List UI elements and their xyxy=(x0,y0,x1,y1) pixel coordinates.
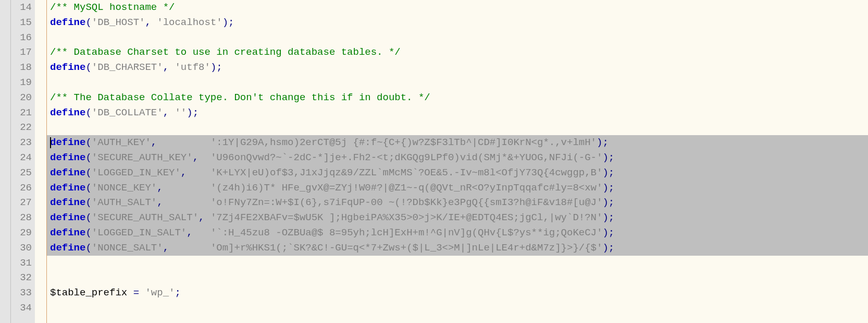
token-str: ':1Y|G29A,hsmo)2erCT@5j {#:f~{C+{)w?Z$F3… xyxy=(210,137,597,148)
token-str: 'Om]+r%HKS1(;`SK?&C!-GU=q<*7+Zws+($|L_3<… xyxy=(210,242,603,254)
token-pn: ) xyxy=(222,17,228,28)
token-str: 'K+LYX|eU)of$3,J1xJjqz&9/ZZL`mMcMS`?OE&5… xyxy=(210,167,603,178)
line-number[interactable]: 14 xyxy=(11,0,32,15)
fold-margin[interactable] xyxy=(0,0,11,323)
code-line[interactable]: /** MySQL hostname */ xyxy=(50,0,868,15)
code-line[interactable]: $table_prefix = 'wp_'; xyxy=(50,285,868,301)
token-pn: ; xyxy=(609,182,614,194)
token-pn: ; xyxy=(609,152,614,163)
token-str: 'localhost' xyxy=(157,17,222,28)
token-kw: define xyxy=(50,212,85,223)
code-line[interactable] xyxy=(50,120,868,135)
token-pn: ; xyxy=(228,17,234,28)
token-var xyxy=(163,182,210,194)
code-line[interactable]: define('DB_HOST', 'localhost'); xyxy=(50,15,868,30)
token-cm: /** Database Charset to use in creating … xyxy=(50,46,401,58)
token-kw: define xyxy=(50,107,85,118)
token-pn: ; xyxy=(609,227,614,238)
token-str: '(z4h)i6)T* HFe_gvX@=ZYj!W0#?|@Z1~-q(@QV… xyxy=(210,182,603,194)
line-number[interactable]: 23 xyxy=(11,135,32,150)
line-number[interactable]: 33 xyxy=(11,285,32,301)
token-pn: ) xyxy=(602,167,608,178)
code-line[interactable]: /** The Database Collate type. Don't cha… xyxy=(50,90,868,105)
line-number[interactable]: 21 xyxy=(11,105,32,121)
token-pn: ( xyxy=(85,17,91,28)
token-var xyxy=(169,107,175,118)
code-line[interactable]: define('AUTH_KEY', ':1Y|G29A,hsmo)2erCT@… xyxy=(47,135,868,150)
token-pn: , xyxy=(157,182,163,194)
line-number[interactable]: 26 xyxy=(11,181,32,196)
token-pn: ; xyxy=(609,167,614,178)
token-kw: define xyxy=(50,137,85,148)
token-str: 'utf8' xyxy=(175,62,210,73)
token-var xyxy=(151,17,157,28)
code-line[interactable]: define('LOGGED_IN_KEY', 'K+LYX|eU)of$3,J… xyxy=(47,165,868,181)
code-line[interactable]: define('LOGGED_IN_SALT', '`:H_45zu8 -OZB… xyxy=(47,225,868,241)
token-cm: /** The Database Collate type. Don't cha… xyxy=(50,92,430,103)
code-line[interactable]: define('NONCE_SALT', 'Om]+r%HKS1(;`SK?&C… xyxy=(47,241,868,256)
token-pn: ) xyxy=(602,242,608,254)
code-line[interactable]: define('DB_CHARSET', 'utf8'); xyxy=(50,60,868,75)
line-number[interactable]: 25 xyxy=(11,165,32,181)
line-number-gutter[interactable]: 1415161718192021222324252627282930313233… xyxy=(11,0,35,323)
line-number[interactable]: 32 xyxy=(11,270,32,285)
code-line[interactable] xyxy=(50,75,868,90)
line-number[interactable]: 30 xyxy=(11,241,32,256)
line-number[interactable]: 19 xyxy=(11,75,32,90)
line-number[interactable]: 15 xyxy=(11,15,32,30)
token-pn: ) xyxy=(187,107,192,118)
token-str: 'SECURE_AUTH_KEY' xyxy=(92,152,193,163)
code-line[interactable]: /** Database Charset to use in creating … xyxy=(50,45,868,60)
token-pn: ) xyxy=(597,137,602,148)
line-number[interactable]: 31 xyxy=(11,256,32,271)
token-str: 'DB_CHARSET' xyxy=(92,62,163,73)
token-pn: , xyxy=(145,17,151,28)
token-pn: ; xyxy=(609,197,614,208)
line-number[interactable]: 22 xyxy=(11,120,32,135)
code-line[interactable]: define('SECURE_AUTH_KEY', 'U96onQvwd?~`-… xyxy=(47,150,868,165)
token-kw: define xyxy=(50,17,85,28)
line-number[interactable]: 17 xyxy=(11,45,32,60)
token-cm: /** MySQL hostname */ xyxy=(50,2,175,13)
token-pn: , xyxy=(193,152,199,163)
token-pn: , xyxy=(163,107,169,118)
token-pn: , xyxy=(199,212,204,223)
token-str: 'NONCE_SALT' xyxy=(92,242,163,254)
code-line[interactable] xyxy=(50,256,868,271)
line-number[interactable]: 16 xyxy=(11,30,32,45)
token-pn: ( xyxy=(85,62,91,73)
token-kw: define xyxy=(50,62,85,73)
token-pn: ; xyxy=(216,62,222,73)
code-line[interactable] xyxy=(50,30,868,45)
token-pn: ) xyxy=(602,197,608,208)
token-pn: ; xyxy=(609,212,614,223)
code-line[interactable]: define('DB_COLLATE', ''); xyxy=(50,105,868,121)
token-pn: ) xyxy=(602,227,608,238)
line-number[interactable]: 20 xyxy=(11,90,32,105)
code-line[interactable]: define('AUTH_SALT', 'o!FNy7Zn=:W+$I(6},s… xyxy=(47,195,868,210)
token-str: '' xyxy=(175,107,187,118)
line-number[interactable]: 18 xyxy=(11,60,32,75)
code-line[interactable]: define('SECURE_AUTH_SALT', '7Zj4FE2XBAFv… xyxy=(47,210,868,225)
line-number[interactable]: 27 xyxy=(11,195,32,210)
line-number[interactable]: 34 xyxy=(11,301,32,316)
token-str: 'NONCE_KEY' xyxy=(92,182,157,194)
token-var xyxy=(163,197,210,208)
token-pn: ( xyxy=(85,182,91,194)
token-var xyxy=(169,242,210,254)
code-line[interactable] xyxy=(50,301,868,316)
token-op: = xyxy=(133,287,139,298)
token-pn: ( xyxy=(85,212,91,223)
line-number[interactable]: 28 xyxy=(11,210,32,225)
token-pn: ( xyxy=(85,107,91,118)
code-line[interactable] xyxy=(50,270,868,285)
line-number[interactable]: 29 xyxy=(11,225,32,241)
token-kw: define xyxy=(50,167,85,178)
token-pn: ; xyxy=(193,107,199,118)
code-line[interactable]: define('NONCE_KEY', '(z4h)i6)T* HFe_gvX@… xyxy=(47,181,868,196)
line-number[interactable]: 24 xyxy=(11,150,32,165)
token-pn: ( xyxy=(85,197,91,208)
token-str: 'DB_HOST' xyxy=(92,17,145,28)
token-kw: define xyxy=(50,242,85,254)
code-area[interactable]: /** MySQL hostname */define('DB_HOST', '… xyxy=(47,0,868,323)
